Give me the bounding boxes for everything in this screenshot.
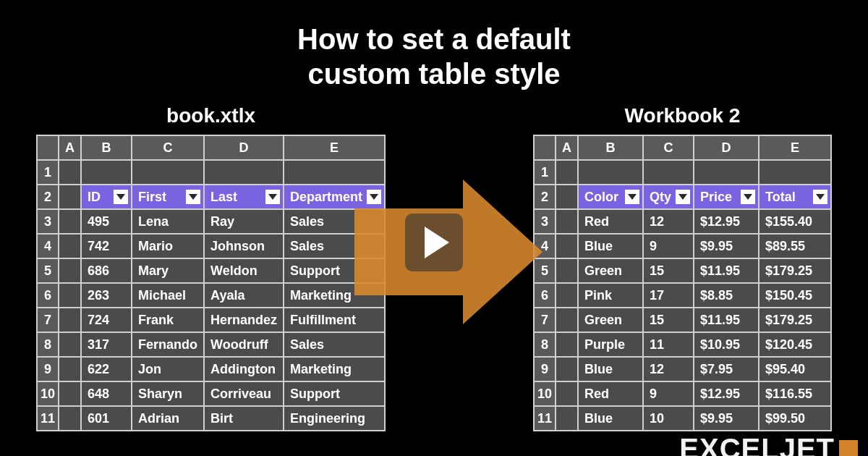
- data-cell[interactable]: Purple: [578, 332, 643, 357]
- filter-dropdown-icon[interactable]: [186, 190, 200, 204]
- data-cell[interactable]: 263: [81, 283, 132, 308]
- col-header[interactable]: E: [284, 135, 385, 160]
- table-header-cell[interactable]: Qty: [643, 185, 694, 209]
- data-cell[interactable]: $7.95: [694, 357, 759, 381]
- empty-cell[interactable]: [59, 308, 81, 332]
- col-header[interactable]: D: [204, 135, 284, 160]
- col-header[interactable]: C: [643, 135, 694, 160]
- empty-cell[interactable]: [59, 185, 81, 209]
- data-cell[interactable]: $12.95: [694, 209, 759, 234]
- data-cell[interactable]: Sales: [284, 332, 385, 357]
- data-cell[interactable]: Red: [578, 209, 643, 234]
- table-header-cell[interactable]: Last: [204, 185, 284, 209]
- data-cell[interactable]: 742: [81, 234, 132, 258]
- data-cell[interactable]: 11: [643, 332, 694, 357]
- col-header[interactable]: C: [132, 135, 204, 160]
- data-cell[interactable]: Marketing: [284, 357, 385, 381]
- data-cell[interactable]: $99.50: [759, 406, 831, 431]
- empty-cell[interactable]: [204, 160, 284, 185]
- empty-cell[interactable]: [59, 357, 81, 381]
- empty-cell[interactable]: [578, 160, 643, 185]
- data-cell[interactable]: Mario: [132, 234, 204, 258]
- data-cell[interactable]: Pink: [578, 283, 643, 308]
- filter-dropdown-icon[interactable]: [265, 190, 280, 204]
- data-cell[interactable]: 9: [643, 381, 694, 406]
- filter-dropdown-icon[interactable]: [625, 190, 639, 204]
- data-cell[interactable]: Green: [578, 258, 643, 283]
- empty-cell[interactable]: [59, 283, 81, 308]
- data-cell[interactable]: 12: [643, 209, 694, 234]
- data-cell[interactable]: 495: [81, 209, 132, 234]
- data-cell[interactable]: Blue: [578, 357, 643, 381]
- table-header-cell[interactable]: First: [132, 185, 204, 209]
- empty-cell[interactable]: [759, 160, 831, 185]
- empty-cell[interactable]: [556, 332, 578, 357]
- empty-cell[interactable]: [81, 160, 132, 185]
- data-cell[interactable]: Ayala: [204, 283, 284, 308]
- empty-cell[interactable]: [59, 160, 81, 185]
- data-cell[interactable]: Frank: [132, 308, 204, 332]
- data-cell[interactable]: Jon: [132, 357, 204, 381]
- data-cell[interactable]: Corriveau: [204, 381, 284, 406]
- table-header-cell[interactable]: ID: [81, 185, 132, 209]
- data-cell[interactable]: Lena: [132, 209, 204, 234]
- data-cell[interactable]: 15: [643, 308, 694, 332]
- col-header[interactable]: D: [694, 135, 759, 160]
- row-header[interactable]: 4: [37, 234, 59, 258]
- data-cell[interactable]: Hernandez: [204, 308, 284, 332]
- data-cell[interactable]: $89.55: [759, 234, 831, 258]
- empty-cell[interactable]: [59, 381, 81, 406]
- data-cell[interactable]: Support: [284, 381, 385, 406]
- empty-cell[interactable]: [59, 209, 81, 234]
- row-header[interactable]: 8: [37, 332, 59, 357]
- filter-dropdown-icon[interactable]: [813, 190, 827, 204]
- data-cell[interactable]: $9.95: [694, 234, 759, 258]
- data-cell[interactable]: Fernando: [132, 332, 204, 357]
- empty-cell[interactable]: [556, 381, 578, 406]
- data-cell[interactable]: $11.95: [694, 308, 759, 332]
- play-button[interactable]: [405, 214, 463, 271]
- data-cell[interactable]: Weldon: [204, 258, 284, 283]
- data-cell[interactable]: Woodruff: [204, 332, 284, 357]
- row-header[interactable]: 10: [534, 381, 556, 406]
- table-header-cell[interactable]: Total: [759, 185, 831, 209]
- table-header-cell[interactable]: Color: [578, 185, 643, 209]
- row-header[interactable]: 9: [534, 357, 556, 381]
- empty-cell[interactable]: [556, 185, 578, 209]
- data-cell[interactable]: Johnson: [204, 234, 284, 258]
- data-cell[interactable]: $9.95: [694, 406, 759, 431]
- data-cell[interactable]: 10: [643, 406, 694, 431]
- empty-cell[interactable]: [59, 406, 81, 431]
- data-cell[interactable]: Engineering: [284, 406, 385, 431]
- row-header[interactable]: 9: [37, 357, 59, 381]
- empty-cell[interactable]: [556, 209, 578, 234]
- row-header[interactable]: 3: [37, 209, 59, 234]
- data-cell[interactable]: 9: [643, 234, 694, 258]
- empty-cell[interactable]: [556, 258, 578, 283]
- row-header[interactable]: 8: [534, 332, 556, 357]
- row-header[interactable]: 6: [37, 283, 59, 308]
- col-header[interactable]: A: [556, 135, 578, 160]
- data-cell[interactable]: 317: [81, 332, 132, 357]
- data-cell[interactable]: 601: [81, 406, 132, 431]
- data-cell[interactable]: 17: [643, 283, 694, 308]
- data-cell[interactable]: 648: [81, 381, 132, 406]
- row-header[interactable]: 7: [37, 308, 59, 332]
- data-cell[interactable]: $116.55: [759, 381, 831, 406]
- data-cell[interactable]: Michael: [132, 283, 204, 308]
- col-header[interactable]: E: [759, 135, 831, 160]
- col-header[interactable]: B: [81, 135, 132, 160]
- data-cell[interactable]: Birt: [204, 406, 284, 431]
- data-cell[interactable]: $155.40: [759, 209, 831, 234]
- empty-cell[interactable]: [643, 160, 694, 185]
- filter-dropdown-icon[interactable]: [114, 190, 128, 204]
- data-cell[interactable]: Adrian: [132, 406, 204, 431]
- data-cell[interactable]: Green: [578, 308, 643, 332]
- data-cell[interactable]: 724: [81, 308, 132, 332]
- data-cell[interactable]: $150.45: [759, 283, 831, 308]
- data-cell[interactable]: 15: [643, 258, 694, 283]
- data-cell[interactable]: $10.95: [694, 332, 759, 357]
- data-cell[interactable]: Red: [578, 381, 643, 406]
- data-cell[interactable]: $8.85: [694, 283, 759, 308]
- data-cell[interactable]: $120.45: [759, 332, 831, 357]
